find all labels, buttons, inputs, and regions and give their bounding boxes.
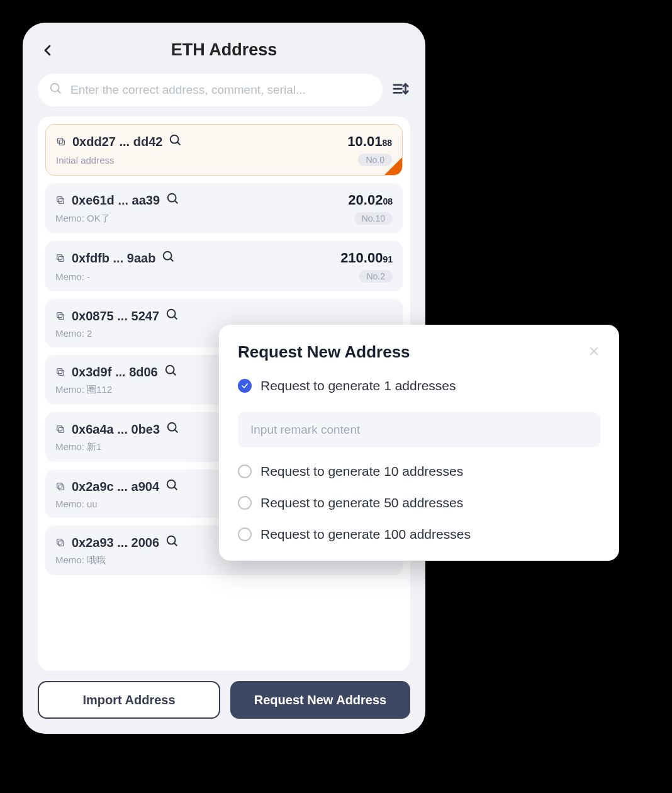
search-icon: [49, 82, 63, 98]
svg-rect-18: [59, 314, 64, 319]
svg-rect-14: [59, 256, 64, 261]
address-balance: 20.0208: [348, 192, 393, 208]
copy-icon[interactable]: [55, 195, 65, 205]
lookup-icon[interactable]: [166, 192, 180, 208]
page-title: ETH Address: [40, 40, 408, 60]
copy-icon[interactable]: [55, 367, 65, 377]
lookup-icon[interactable]: [165, 478, 179, 495]
svg-rect-27: [57, 426, 62, 431]
svg-point-20: [167, 310, 176, 318]
lookup-icon[interactable]: [169, 133, 182, 150]
option-label: Request to generate 1 addresses: [260, 378, 456, 393]
address-text: 0x6a4a ... 0be3: [72, 422, 160, 437]
svg-rect-31: [57, 483, 62, 488]
address-memo: Memo: 圈112: [55, 384, 112, 396]
footer-buttons: Import Address Request New Address: [23, 671, 425, 734]
address-text: 0x2a93 ... 2006: [72, 536, 159, 550]
copy-icon[interactable]: [55, 253, 65, 263]
generate-option[interactable]: Request to generate 50 addresses: [238, 495, 600, 510]
option-label: Request to generate 100 addresses: [260, 527, 471, 542]
copy-icon[interactable]: [56, 137, 66, 147]
svg-line-21: [174, 317, 177, 320]
address-text: 0x2a9c ... a904: [72, 480, 159, 494]
address-card[interactable]: 0xdd27 ... dd4210.0188Initial addressNo.…: [45, 124, 403, 176]
svg-point-16: [164, 252, 172, 260]
svg-point-24: [166, 366, 174, 374]
address-memo: Memo: 哦哦: [55, 554, 106, 566]
svg-rect-35: [57, 539, 62, 544]
svg-rect-6: [59, 140, 64, 145]
copy-icon[interactable]: [55, 424, 65, 434]
address-text: 0xdd27 ... dd42: [72, 135, 162, 149]
svg-line-33: [174, 487, 177, 490]
svg-rect-34: [59, 541, 64, 546]
radio-icon[interactable]: [238, 379, 252, 393]
svg-point-0: [51, 84, 59, 92]
svg-rect-23: [57, 369, 62, 374]
address-index-badge: No.10: [354, 212, 393, 225]
copy-icon[interactable]: [55, 311, 65, 321]
search-input[interactable]: [70, 83, 371, 97]
search-box[interactable]: [38, 74, 383, 106]
svg-rect-11: [57, 197, 62, 202]
svg-line-25: [173, 373, 176, 376]
close-icon[interactable]: [588, 345, 600, 360]
address-memo: Memo: uu: [55, 498, 98, 509]
svg-line-29: [175, 430, 178, 433]
generate-option[interactable]: Request to generate 10 addresses: [238, 464, 600, 479]
sort-button[interactable]: [391, 79, 410, 101]
lookup-icon[interactable]: [164, 364, 178, 380]
svg-point-36: [167, 536, 176, 544]
address-text: 0x0875 ... 5247: [72, 309, 159, 323]
address-memo: Memo: 2: [55, 328, 92, 339]
svg-point-28: [168, 423, 176, 431]
address-card[interactable]: 0xfdfb ... 9aab210.0091Memo: -No.2: [45, 241, 403, 291]
svg-line-1: [58, 91, 61, 94]
option-label: Request to generate 10 addresses: [260, 464, 463, 479]
lookup-icon[interactable]: [165, 308, 179, 324]
generate-option[interactable]: Request to generate 100 addresses: [238, 527, 600, 542]
svg-rect-19: [57, 313, 62, 318]
svg-rect-10: [59, 198, 64, 203]
address-card[interactable]: 0xe61d ... aa3920.0208Memo: OK了No.10: [45, 183, 403, 233]
remark-input[interactable]: [250, 423, 588, 437]
address-balance: 10.0188: [347, 133, 392, 150]
search-row: [23, 67, 425, 111]
svg-point-12: [168, 194, 176, 202]
svg-rect-30: [59, 485, 64, 490]
svg-line-37: [174, 543, 177, 546]
address-memo: Memo: -: [55, 271, 90, 282]
modal-options: Request to generate 1 addressesRequest t…: [238, 378, 600, 542]
modal-header: Request New Address: [238, 342, 600, 362]
address-index-badge: No.2: [359, 270, 393, 283]
remark-input-wrap[interactable]: [238, 412, 600, 447]
svg-point-32: [167, 480, 176, 488]
svg-point-8: [171, 135, 179, 143]
address-memo: Initial address: [56, 155, 115, 166]
lookup-icon[interactable]: [165, 534, 179, 551]
app-header: ETH Address: [23, 23, 425, 67]
address-memo: Memo: OK了: [55, 213, 110, 225]
address-balance: 210.0091: [340, 250, 393, 266]
radio-icon[interactable]: [238, 496, 252, 510]
request-address-modal: Request New Address Request to generate …: [219, 325, 619, 561]
svg-line-13: [175, 201, 178, 204]
address-text: 0xe61d ... aa39: [72, 193, 160, 208]
lookup-icon[interactable]: [162, 250, 176, 266]
address-memo: Memo: 新1: [55, 441, 101, 453]
import-address-button[interactable]: Import Address: [38, 681, 220, 719]
lookup-icon[interactable]: [166, 421, 180, 437]
address-text: 0x3d9f ... 8d06: [72, 365, 158, 380]
selected-flag-icon: [384, 157, 402, 175]
copy-icon[interactable]: [55, 537, 65, 548]
request-new-address-button[interactable]: Request New Address: [230, 681, 410, 719]
svg-rect-15: [57, 255, 62, 260]
svg-rect-22: [59, 370, 64, 375]
radio-icon[interactable]: [238, 464, 252, 478]
radio-icon[interactable]: [238, 527, 252, 541]
svg-line-9: [177, 142, 181, 145]
address-text: 0xfdfb ... 9aab: [72, 251, 155, 266]
svg-rect-7: [58, 138, 63, 143]
generate-option[interactable]: Request to generate 1 addresses: [238, 378, 600, 393]
copy-icon[interactable]: [55, 481, 65, 492]
